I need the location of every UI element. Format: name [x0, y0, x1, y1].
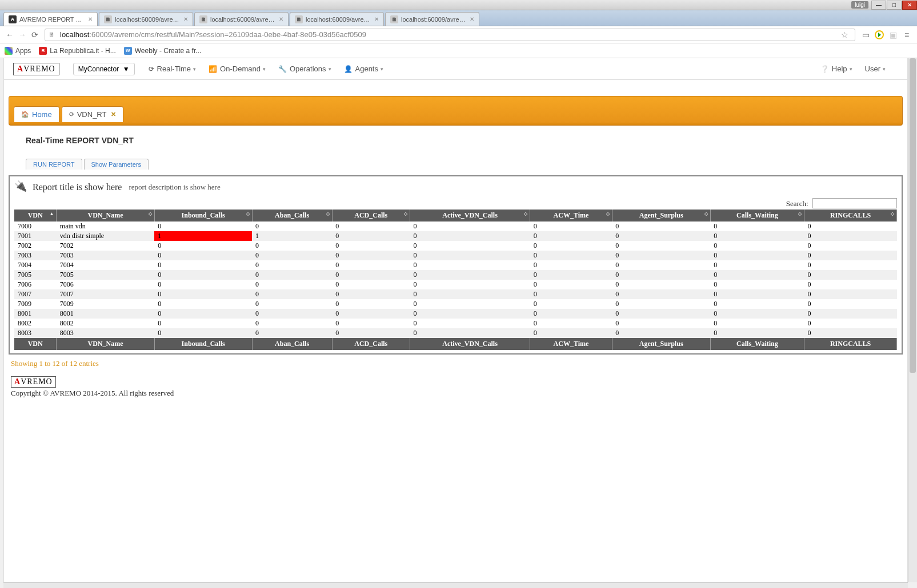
browser-toolbar: ← → ⟳ 🗎 localhost:60009/avremo/cms/restf… [0, 26, 917, 43]
browser-tab-title: localhost:60009/avremo/c [306, 16, 371, 23]
browser-tab-3[interactable]: 🗎 localhost:60009/avremo/c ✕ [290, 12, 384, 26]
browser-tab-title: localhost:60009/avremo/c [210, 16, 275, 23]
window-titlebar: luigi — □ ✕ [0, 0, 917, 10]
browser-tab-title: AVREMO REPORT EXPLOR [19, 16, 85, 23]
bookmarks-bar: Apps RLa Repubblica.it - H... WWeebly - … [0, 43, 917, 58]
window-close-button[interactable]: ✕ [902, 1, 917, 10]
browser-tab-strip: A AVREMO REPORT EXPLOR ✕ 🗎 localhost:600… [0, 10, 917, 26]
close-tab-icon[interactable]: ✕ [279, 16, 283, 22]
present-icon[interactable]: ▭ [859, 28, 872, 42]
window-maximize-button[interactable]: □ [887, 1, 902, 10]
weebly-favicon-icon: W [124, 47, 132, 55]
page-favicon-icon: 🗎 [104, 15, 112, 23]
page-favicon-icon: 🗎 [390, 15, 398, 23]
nav-reload-button[interactable]: ⟳ [29, 29, 41, 41]
browser-tab-title: localhost:60009/avremo/c [401, 16, 466, 23]
bookmark-star-icon[interactable]: ☆ [838, 28, 851, 42]
window-user-badge: luigi [851, 1, 868, 9]
extension-play-icon[interactable] [872, 28, 886, 42]
close-tab-icon[interactable]: ✕ [374, 16, 379, 22]
repubblica-favicon-icon: R [39, 47, 47, 55]
browser-tab-2[interactable]: 🗎 localhost:60009/avremo/c ✕ [194, 12, 289, 26]
page-favicon-icon: 🗎 [199, 15, 207, 23]
apps-grid-icon [5, 47, 13, 55]
close-tab-icon[interactable]: ✕ [183, 16, 188, 22]
nav-forward-button[interactable]: → [16, 29, 29, 41]
bookmark-apps[interactable]: Apps [5, 47, 31, 55]
url-text: localhost:60009/avremo/cms/restful/Main?… [60, 30, 838, 39]
bookmark-weebly[interactable]: WWeebly - Create a fr... [124, 47, 202, 55]
extension-icon[interactable]: ▣ [886, 28, 900, 42]
browser-tab-0[interactable]: A AVREMO REPORT EXPLOR ✕ [3, 12, 98, 26]
close-tab-icon[interactable]: ✕ [88, 16, 93, 22]
address-bar[interactable]: 🗎 localhost:60009/avremo/cms/restful/Mai… [45, 29, 855, 41]
browser-tab-title: localhost:60009/avremo/c [115, 16, 180, 23]
window-minimize-button[interactable]: — [871, 1, 886, 10]
browser-menu-icon[interactable]: ≡ [900, 28, 914, 42]
page-favicon-icon: A [9, 15, 17, 23]
browser-tab-4[interactable]: 🗎 localhost:60009/avremo/c ✕ [385, 12, 479, 26]
page-info-icon[interactable]: 🗎 [49, 31, 57, 39]
browser-tab-1[interactable]: 🗎 localhost:60009/avremo/c ✕ [99, 12, 193, 26]
page-favicon-icon: 🗎 [295, 15, 303, 23]
close-tab-icon[interactable]: ✕ [470, 16, 474, 22]
nav-back-button[interactable]: ← [3, 29, 16, 41]
bookmark-repubblica[interactable]: RLa Repubblica.it - H... [39, 47, 115, 55]
